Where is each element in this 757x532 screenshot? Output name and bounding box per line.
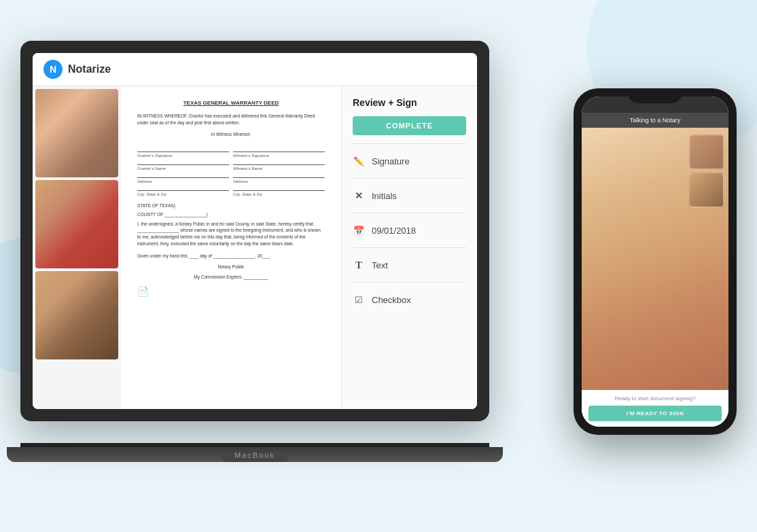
macbook-wrapper: N Notarize TEXAS GENERAL WARRANTY DEED I… [20, 41, 510, 462]
divider-2 [353, 178, 466, 179]
participant-photo-2 [35, 180, 118, 268]
witness-sig-block: Witness's Signature Witness's Name Addre… [233, 142, 325, 196]
macbook-label: MacBook [234, 451, 275, 459]
review-panel: Review + Sign COMPLETE ✏️ Signature ✕ In… [341, 86, 477, 409]
date-icon: 📅 [353, 224, 365, 236]
logo-letter: N [50, 64, 56, 75]
phone-bottom: Ready to start document signing? I'M REA… [582, 390, 728, 427]
divider-3 [353, 213, 466, 213]
document-title: TEXAS GENERAL WARRANTY DEED [137, 100, 325, 106]
macbook-body: N Notarize TEXAS GENERAL WARRANTY DEED I… [20, 41, 489, 421]
notarize-logo: N [43, 60, 63, 79]
divider-1 [353, 143, 466, 144]
tool-signature[interactable]: ✏️ Signature [353, 152, 466, 170]
divider-5 [353, 282, 466, 283]
review-title: Review + Sign [353, 97, 466, 108]
witness-header: In Witness Whereof, [137, 132, 325, 137]
app-name: Notarize [68, 63, 111, 75]
complete-button[interactable]: COMPLETE [353, 116, 466, 135]
phone-notch [628, 88, 682, 103]
text-icon: T [353, 259, 365, 271]
divider-4 [353, 247, 466, 248]
initials-icon: ✕ [353, 190, 365, 202]
phone-body: Talking to a Notary Ready to start docum… [574, 88, 737, 435]
initials-label: Initials [372, 191, 397, 201]
participant-photo-3 [35, 271, 118, 359]
signature-icon: ✏️ [353, 155, 365, 167]
phone-screen: Talking to a Notary Ready to start docum… [582, 96, 728, 427]
document-area: TEXAS GENERAL WARRANTY DEED IN WITNESS W… [121, 86, 341, 409]
grantor-sig-block: Grantor's Signature Grantor's Name Addre… [137, 142, 229, 196]
document-icon: 📄 [137, 286, 325, 297]
text-label: Text [372, 260, 388, 270]
signature-label: Signature [372, 156, 410, 166]
phone-ready-text: Ready to start document signing? [588, 395, 722, 402]
date-label: 09/01/2018 [372, 226, 416, 236]
participant-thumb-2 [689, 173, 724, 208]
participants-column [689, 135, 724, 208]
participant-thumb-1 [689, 135, 724, 170]
screen-body: TEXAS GENERAL WARRANTY DEED IN WITNESS W… [33, 86, 477, 409]
phone-wrapper: Talking to a Notary Ready to start docum… [574, 88, 737, 442]
phone-sign-button[interactable]: I'M READY TO SIGN [588, 406, 722, 421]
macbook-base: MacBook [7, 447, 503, 462]
participant-photo-1 [35, 89, 118, 177]
tool-text[interactable]: T Text [353, 256, 466, 274]
notary-section: STATE OF TEXAS) COUNTY OF ______________… [137, 203, 325, 280]
tool-initials[interactable]: ✕ Initials [353, 187, 466, 205]
document-paragraph1: IN WITNESS WHEREOF, Grantor has executed… [137, 113, 325, 126]
checkbox-icon: ☑ [353, 294, 365, 306]
signature-grid: Grantor's Signature Grantor's Name Addre… [137, 142, 325, 196]
checkbox-label: Checkbox [372, 295, 411, 305]
tool-checkbox[interactable]: ☑ Checkbox [353, 291, 466, 308]
photo-sidebar [33, 86, 121, 409]
macbook-screen: N Notarize TEXAS GENERAL WARRANTY DEED I… [33, 53, 477, 409]
phone-header-text: Talking to a Notary [630, 117, 681, 124]
phone-main-video [582, 128, 728, 390]
phone-header: Talking to a Notary [582, 113, 728, 128]
tool-date[interactable]: 📅 09/01/2018 [353, 221, 466, 239]
app-header: N Notarize [33, 53, 477, 86]
